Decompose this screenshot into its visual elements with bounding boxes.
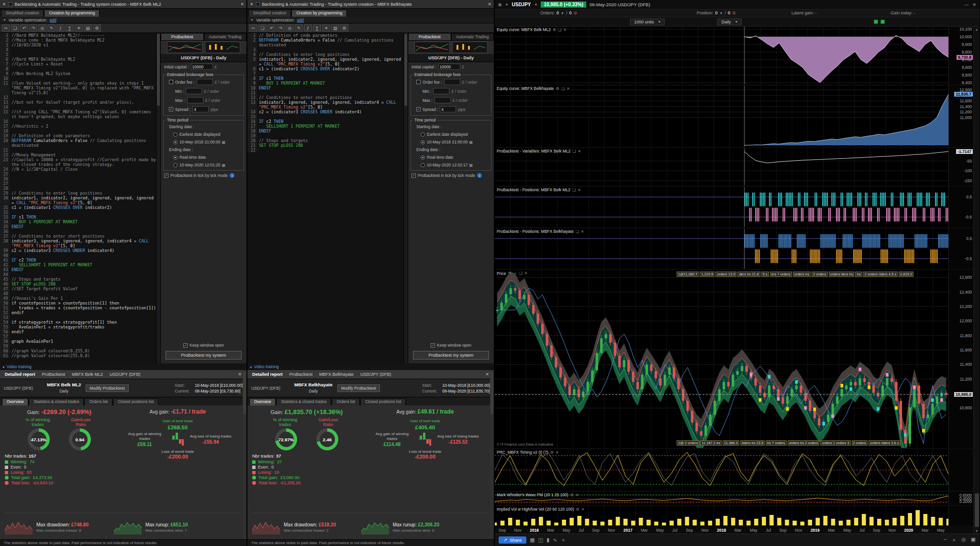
close-icon[interactable]: ✕ [238,372,242,377]
copy-icon[interactable]: ❏ [11,24,19,32]
video-training-link[interactable]: Video training [254,364,279,369]
price-axis[interactable]: 0.60000.40000.2000 [948,492,973,505]
popup-icon[interactable]: ❏ [572,149,576,153]
order-annotation-chip[interactable]: 2 orders riders 4.5 s [863,272,898,277]
code-editor[interactable]: 1// Definition of code parameters2DEFPAR… [247,33,403,363]
zoom-out-icon[interactable]: − [944,536,947,544]
price-axis[interactable]: 12,00011,80011,60011,40011,20011,00011,8… [948,86,973,147]
cut-icon[interactable]: ✂ [249,24,257,32]
spread-input[interactable] [440,106,456,112]
close-icon[interactable]: ✕ [524,271,528,275]
tab-statistics[interactable]: Statistics & closed trades [29,398,84,405]
equity-ml2-plot[interactable] [495,27,948,84]
positions-belkhayate-plot[interactable] [495,229,948,269]
keep-window-checkbox[interactable]: ✓ [183,343,188,348]
price-plot[interactable] [495,270,948,448]
min-fee-input[interactable] [186,88,202,94]
start-date-value[interactable]: 10-May-2018 21:00:00 [427,140,468,144]
order-fee-checkbox[interactable] [169,80,173,84]
order-annotation-chip[interactable]: 1@11,080.7 [677,272,699,277]
order-annotation-chip[interactable]: orders ders irs [829,272,855,277]
settings-icon[interactable]: ⚙ [340,24,348,32]
popup-icon[interactable]: ❏ [561,87,565,91]
order-annotation-chip[interactable]: 11,366.3 [723,440,739,446]
start-date-radio[interactable] [173,140,178,144]
close-icon[interactable]: ✕ [581,507,585,512]
modify-probacktest-button[interactable]: Modify ProBacktest [86,384,128,392]
start-date-value[interactable]: 10-May-2018 21:00:00 [179,140,221,144]
tab-overview[interactable]: Overview [2,398,28,405]
units-select[interactable]: 1000 units▼ [630,19,665,25]
calendar-icon[interactable]: ▦ [530,537,535,543]
price-axis[interactable]: -50-100-150-1.7147 [948,148,973,186]
chevron-down-icon[interactable]: ▼ [505,3,509,6]
realtime-date-radio[interactable] [173,155,178,160]
crosshair-icon[interactable]: ＋ [560,536,566,544]
spread-input[interactable] [192,106,209,112]
green-indicator-button[interactable] [874,20,878,24]
price-axis[interactable] [948,449,973,491]
settings-icon[interactable]: ⚙ [508,271,511,275]
chart-type-icon[interactable]: ◫ [538,537,543,543]
tab-probacktest[interactable]: ProBacktest [408,33,451,41]
chart-scrollbar[interactable]: ▲ ▼ [973,27,980,534]
settings-icon[interactable]: ⚙ [576,507,579,512]
cut-icon[interactable]: ✂ [2,24,10,32]
search-icon[interactable]: ◎ [286,24,294,32]
order-fee-input[interactable] [197,79,213,85]
tab-orders-list[interactable]: Orders list [84,398,112,405]
edit-icon[interactable]: ✎ [47,24,56,32]
print-icon[interactable]: ▤ [84,24,92,32]
spread-checkbox[interactable]: ✓ [169,107,173,111]
minimize-icon[interactable]: — [964,2,969,7]
end-date-value[interactable]: 10-May-2020 12:01:25 [179,163,221,167]
tab-overview[interactable]: Overview [249,398,276,405]
tab-simplified-creation[interactable]: Simplified creation [1,10,44,17]
report-scrollbar[interactable] [490,370,494,539]
order-annotation-chip[interactable]: 5 s [761,272,769,277]
search-icon[interactable]: ◎ [38,24,46,32]
close-icon[interactable]: ✕ [556,450,559,455]
order-annotation-chip[interactable]: irs 7 orders [766,440,787,446]
order-annotation-chip[interactable]: 2 orders [852,440,868,446]
undo-icon[interactable]: ↶ [20,24,28,32]
order-annotation-chip[interactable]: orders riders 3.6 s [869,440,900,446]
order-annotation-chip[interactable]: 1,229.5 [700,272,714,277]
close-icon[interactable]: ✕ [578,188,581,192]
calendar-icon[interactable]: ▦ [469,163,473,167]
tab-closed-positions[interactable]: Closed positions list [113,398,158,405]
report-scrollbar[interactable] [243,370,246,539]
close-icon[interactable]: ✕ [2,2,6,7]
tab-statistics[interactable]: Statistics & closed trades [276,398,331,405]
tab-automatic-trading[interactable]: Automatic Trading [204,33,247,41]
close-icon[interactable]: ✕ [250,2,254,7]
order-annotation-chip[interactable]: orders 1 orders 3 [820,440,850,446]
tick-mode-checkbox[interactable]: ✓ [164,174,168,178]
chevron-down-icon[interactable]: ▼ [720,11,723,15]
scroll-down-icon[interactable]: ▼ [974,529,980,533]
close-icon[interactable]: ✕ [563,28,567,32]
prc-plot[interactable] [495,449,948,491]
redo-icon[interactable]: ↷ [29,24,37,32]
order-annotation-chip[interactable]: 1@ 2 orders [677,440,699,446]
close-icon[interactable]: ✕ [488,2,491,7]
editor-scrollbar[interactable] [403,33,408,363]
add-icon[interactable]: ＋ [513,271,517,276]
price-axis[interactable]: 12,60012,40012,20012,00011,80011,60011,4… [948,270,973,448]
order-annotation-chip[interactable]: orders irs 2 orders [788,440,820,446]
popup-icon[interactable]: ❏ [576,229,579,234]
variables-plot[interactable] [495,148,948,186]
probacktest-run-button[interactable]: ProBacktest my system [413,351,489,360]
undo-icon[interactable]: ↶ [267,24,276,32]
order-annotation-chip[interactable]: 11,167.2 irs [700,440,722,446]
calendar-icon[interactable]: ▦ [469,140,473,144]
chevron-down-icon[interactable]: ▼ [250,18,254,22]
symbol-label[interactable]: USDJPY [512,2,531,7]
settings-icon[interactable]: ⚙ [93,24,101,32]
price-axis[interactable]: 0.5-0.5 [948,229,973,269]
close-icon[interactable]: ✕ [576,493,579,497]
settings-icon[interactable]: ⚙ [570,493,574,497]
close-icon[interactable]: ✕ [972,2,976,7]
zoom-in-icon[interactable]: ＋ [951,536,957,544]
calendar-icon[interactable]: ▦ [222,140,226,144]
